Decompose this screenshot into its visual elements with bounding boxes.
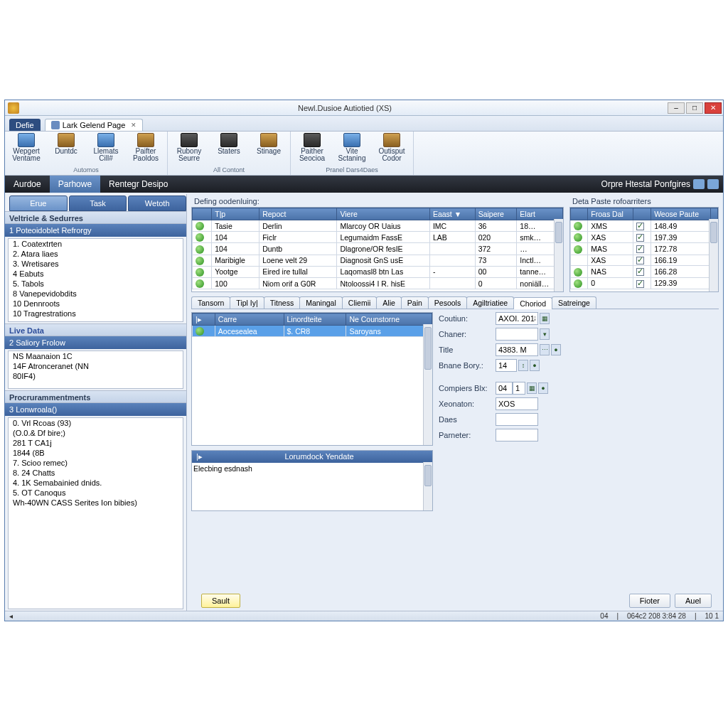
ribbon-tool[interactable]: Staters: [212, 133, 246, 162]
xeonaton-input[interactable]: [496, 397, 538, 410]
list-item[interactable]: 5. Tabols: [9, 279, 183, 289]
ok-icon[interactable]: ●: [551, 344, 561, 355]
list-item[interactable]: 8. 24 Chatts: [9, 468, 183, 478]
date-picker-icon[interactable]: ▦: [540, 313, 550, 324]
bnane-input[interactable]: [496, 359, 517, 372]
nav-rentegr[interactable]: Rentegr Desipo: [100, 176, 176, 193]
list-item[interactable]: 1. Coatextrten: [9, 239, 183, 249]
lookup-icon[interactable]: ⋯: [540, 344, 550, 355]
detail-tab[interactable]: Titness: [264, 296, 300, 309]
ribbon-tool[interactable]: Duntdc: [49, 133, 83, 162]
detail-tab[interactable]: Cliemii: [342, 296, 378, 309]
nav-aurdoe[interactable]: Aurdoe: [5, 176, 50, 193]
ribbon-tool[interactable]: LlematsCill#: [89, 133, 123, 162]
list-item[interactable]: NS Maanaion 1C: [9, 351, 183, 361]
list-live-data[interactable]: NS Maanaion 1C14F Atronceranet (NN80IF4): [8, 350, 183, 389]
log-text[interactable]: Elecbing esdnash: [192, 463, 432, 507]
checkbox-icon[interactable]: [636, 268, 644, 276]
table-row[interactable]: NAS166.28: [571, 266, 718, 277]
detail-tab[interactable]: Tipl Iy|: [230, 296, 264, 309]
detail-tab[interactable]: Agiltriatiee: [466, 296, 514, 309]
fioter-button[interactable]: Fioter: [629, 594, 670, 608]
main-grid[interactable]: T|pRepoctViereEaast ▼SaipereElartTasieDe…: [191, 207, 564, 292]
list-item[interactable]: 10 Dennroots: [9, 299, 183, 309]
checkbox-icon[interactable]: [636, 223, 644, 230]
list-item[interactable]: 4. 1K Semabainied dnids.: [9, 478, 183, 488]
ribbon-tool[interactable]: OutisputCodor: [375, 133, 409, 162]
section-blue-2[interactable]: 2 Saliory Frolow: [5, 336, 186, 349]
dropdown-icon[interactable]: ▾: [540, 328, 550, 340]
list-item[interactable]: 7. Scioo remec): [9, 458, 183, 468]
scrollbar[interactable]: [423, 324, 432, 445]
checkbox-icon[interactable]: [636, 245, 644, 253]
ok-icon[interactable]: ●: [538, 382, 548, 394]
tab-task[interactable]: Task: [69, 196, 127, 211]
ribbon-tool[interactable]: PaifterPaoldos: [129, 133, 163, 162]
list-item[interactable]: 3. Wretisares: [9, 259, 183, 269]
coution-input[interactable]: [496, 312, 538, 325]
list-procr[interactable]: 0. Vrl Rcoas (93) (O.0.& Df bire;) 281 T…: [8, 417, 183, 609]
section-blue-1[interactable]: 1 Poteoidoblet Refrorgy: [5, 224, 186, 237]
parneter-input[interactable]: [496, 429, 538, 441]
detail-tab[interactable]: Maningal: [299, 296, 343, 309]
section-blue-3[interactable]: 3 Lonwroala(): [5, 403, 186, 416]
list-item[interactable]: (O.0.& Df bire;): [9, 428, 183, 438]
detail-tab[interactable]: Choriod: [513, 297, 552, 309]
table-row[interactable]: 100Niom orif a G0RNtoloossi4 I R. hisE0n…: [193, 278, 563, 289]
table-row[interactable]: XMS148.49: [571, 220, 718, 232]
right-grid[interactable]: Froas DalWeose PauteXMS148.49XAS197.39MA…: [569, 207, 719, 292]
stepper-icon[interactable]: ↕: [518, 360, 528, 371]
table-row[interactable]: TasieDerlinMlarcoy OR UaiusIMC3618…: [193, 220, 563, 232]
scrollbar[interactable]: [554, 219, 563, 291]
close-icon[interactable]: ✕: [131, 122, 136, 129]
table-row[interactable]: 0129.39: [571, 277, 718, 289]
auel-button[interactable]: Auel: [675, 594, 712, 608]
table-row[interactable]: XAS166.19: [571, 255, 718, 266]
close-button[interactable]: ✕: [705, 102, 722, 114]
table-row[interactable]: YootgeEired ire tullalLaqomasl8 btn Las-…: [193, 266, 563, 277]
list-vehicle[interactable]: 1. Coatextrten2. Atara liaes3. Wretisare…: [8, 238, 183, 322]
compiers-input-2[interactable]: [513, 382, 525, 395]
checkbox-icon[interactable]: [636, 257, 644, 264]
checkbox-icon[interactable]: [636, 234, 644, 242]
mail-icon[interactable]: [707, 179, 719, 189]
table-row[interactable]: MaribigleLoene velt 29Diagnosit GnS usE7…: [193, 255, 563, 266]
nav-parhowe[interactable]: Parhowe: [50, 176, 100, 193]
detail-tab[interactable]: Tansorn: [191, 296, 230, 309]
ribbon-tool[interactable]: Stinage: [252, 133, 286, 162]
table-row[interactable]: MAS172.78: [571, 243, 718, 255]
list-item[interactable]: 0. Vrl Rcoas (93): [9, 418, 183, 428]
list-item[interactable]: 10 Tragrestrations: [9, 309, 183, 318]
ribbon-tool[interactable]: PaitherSeocioa: [295, 133, 329, 162]
chaner-input[interactable]: [496, 328, 538, 341]
list-item[interactable]: 5. OT Canoqus: [9, 488, 183, 498]
list-item[interactable]: Wh-40WN CASS Serites Ion bibies): [9, 498, 183, 508]
table-row[interactable]: 104DuntbDlagrone/OR fesIE372…: [193, 243, 563, 255]
list-item[interactable]: 14F Atronceranet (NN: [9, 361, 183, 371]
sub-grid[interactable]: |▸CarreLinordteiteNe CounstorneAoceseale…: [191, 312, 433, 446]
tab-wetoth[interactable]: Wetoth: [128, 196, 186, 211]
scrollbar[interactable]: [709, 219, 718, 291]
ribbon-tool[interactable]: ViteSctaning: [335, 133, 369, 162]
list-item[interactable]: 2. Atara liaes: [9, 249, 183, 259]
title-input[interactable]: [496, 343, 538, 356]
list-item[interactable]: 1844 (8B: [9, 448, 183, 458]
maximize-button[interactable]: □: [686, 102, 703, 114]
scrollbar[interactable]: [423, 462, 432, 510]
detail-tab[interactable]: Satreinge: [552, 296, 596, 309]
list-item[interactable]: 8 Vanepevidobdits: [9, 289, 183, 299]
ribbon-tool[interactable]: RubonySeurre: [172, 133, 206, 162]
calendar-icon[interactable]: ▦: [527, 382, 537, 394]
detail-tab[interactable]: Pain: [401, 296, 429, 309]
checkbox-icon[interactable]: [636, 280, 644, 288]
table-row[interactable]: XAS197.39: [571, 232, 718, 243]
cloud-icon[interactable]: [693, 179, 705, 189]
table-row[interactable]: Aocesealea$. CR8Saroyans: [193, 326, 432, 337]
detail-tab[interactable]: Alie: [376, 296, 402, 309]
tab-lark-gelend[interactable]: Lark Gelend Page ✕: [45, 119, 144, 131]
detail-tab[interactable]: Pesools: [428, 296, 467, 309]
tab-defie[interactable]: Defie: [9, 119, 41, 131]
list-item[interactable]: 281 T CA1j: [9, 438, 183, 448]
daes-input[interactable]: [496, 413, 538, 426]
ok-icon[interactable]: ●: [530, 360, 540, 371]
